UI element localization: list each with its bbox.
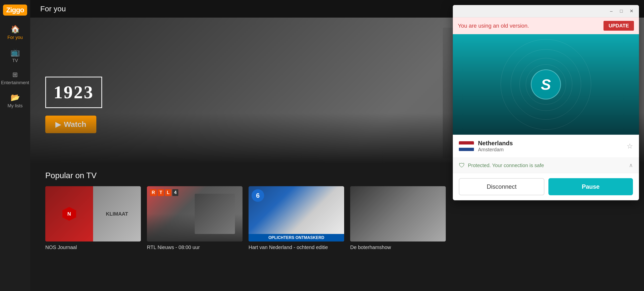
card-label-rtl: RTL Nieuws - 08:00 uur — [147, 245, 243, 250]
sidebar-logo: Ziggo — [0, 0, 30, 20]
card-thumb-hart: 6 OPLICHTERS ONTMASKERD — [249, 186, 344, 241]
vpn-logo-letter: S — [541, 76, 551, 93]
card-thumb-nos: N KLIMAAT — [45, 186, 141, 241]
disconnect-button[interactable]: Disconnect — [459, 178, 544, 195]
vpn-logo-button[interactable]: S — [531, 69, 561, 100]
sidebar-label-entertainment: Entertainment — [1, 80, 29, 85]
vpn-main: S — [453, 34, 639, 135]
vpn-city: Amsterdam — [478, 147, 623, 153]
flag-white-stripe — [459, 144, 474, 148]
card-thumb-rtl: R T L 4 — [147, 186, 243, 241]
tv-icon: 📺 — [11, 48, 20, 57]
vpn-titlebar: – □ ✕ — [453, 5, 639, 17]
card-thumb-boter — [350, 186, 446, 241]
sidebar-label-for-you: For you — [7, 35, 23, 40]
show-title-box: 1923 — [45, 77, 102, 108]
flag-red-stripe — [459, 141, 474, 144]
sidebar-label-tv: TV — [12, 58, 18, 63]
vpn-protected-left: 🛡 Protected. Your connection is safe — [459, 162, 544, 169]
rtl-l-badge: L — [165, 189, 171, 196]
card-hart[interactable]: 6 OPLICHTERS ONTMASKERD Hart van Nederla… — [249, 186, 344, 250]
sidebar-item-for-you[interactable]: 🏠 For you — [0, 20, 30, 43]
rtl-t-badge: T — [158, 189, 164, 196]
sidebar-item-my-lists[interactable]: 📂 My lists — [0, 88, 30, 112]
card-label-boter: De boterhamshow — [350, 245, 446, 250]
vpn-update-bar: You are using an old version. UPDATE — [453, 17, 639, 34]
vpn-country: Netherlands — [478, 140, 623, 147]
sidebar-item-tv[interactable]: 📺 TV — [0, 43, 30, 66]
vpn-popup: – □ ✕ You are using an old version. UPDA… — [453, 5, 639, 200]
ziggo-logo: Ziggo — [3, 5, 27, 16]
card-rtl[interactable]: R T L 4 RTL Nieuws - 08:00 uur — [147, 186, 243, 250]
vpn-protected-bar: 🛡 Protected. Your connection is safe ∧ — [453, 158, 639, 173]
chevron-up-icon[interactable]: ∧ — [629, 162, 633, 169]
flag-blue-stripe — [459, 148, 474, 151]
rtl-r-badge: R — [150, 189, 157, 196]
shield-icon: 🛡 — [459, 162, 465, 169]
entertainment-icon: ⊞ — [12, 71, 18, 79]
vpn-location: Netherlands Amsterdam — [478, 140, 623, 153]
card-label-hart: Hart van Nederland - ochtend editie — [249, 245, 344, 250]
restore-button[interactable]: □ — [618, 8, 625, 15]
show-title: 1923 — [54, 82, 94, 102]
card-label-nos: NOS Journaal — [45, 245, 141, 250]
sidebar: Ziggo 🏠 For you 📺 TV ⊞ Entertainment 📂 M… — [0, 0, 30, 291]
sidebar-label-my-lists: My lists — [8, 103, 23, 109]
netherlands-flag — [459, 141, 474, 151]
vpn-country-info: Netherlands Amsterdam ☆ — [453, 135, 639, 158]
card-nos[interactable]: N KLIMAAT NOS Journaal — [45, 186, 141, 250]
home-icon: 🏠 — [11, 25, 20, 33]
protected-text: Protected. Your connection is safe — [468, 163, 544, 168]
favorite-button[interactable]: ☆ — [627, 142, 633, 150]
minimize-button[interactable]: – — [608, 8, 615, 15]
rtl-4-badge: 4 — [172, 189, 178, 196]
update-button[interactable]: UPDATE — [603, 21, 634, 31]
vpn-actions: Disconnect Pause — [453, 173, 639, 200]
close-button[interactable]: ✕ — [628, 8, 635, 15]
lists-icon: 📂 — [11, 93, 20, 102]
update-notice: You are using an old version. — [458, 23, 529, 29]
card-boter[interactable]: De boterhamshow — [350, 186, 446, 250]
pause-button[interactable]: Pause — [548, 178, 633, 195]
sidebar-item-entertainment[interactable]: ⊞ Entertainment — [0, 66, 30, 88]
